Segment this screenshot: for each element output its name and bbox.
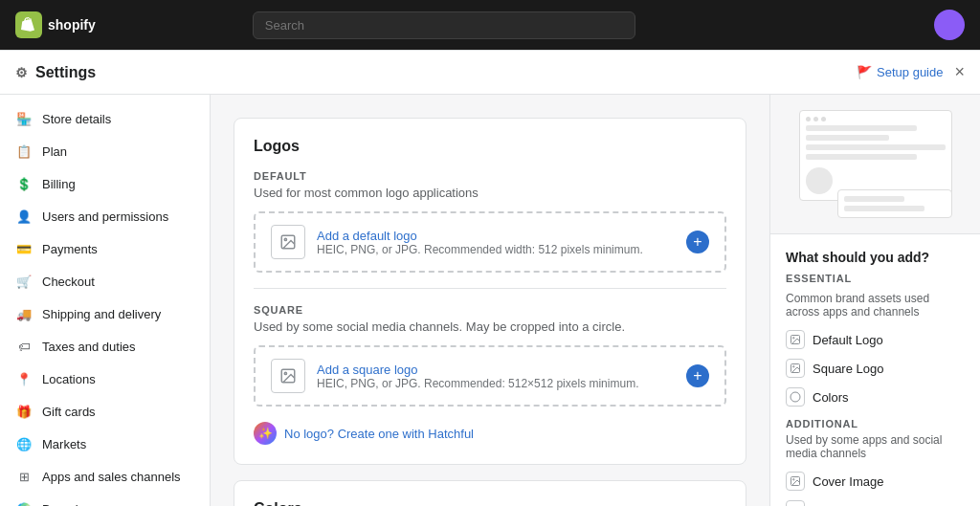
default-logo-add-sub: HEIC, PNG, or JPG. Recommended width: 51…: [317, 243, 675, 256]
square-logo-check-icon: [786, 359, 805, 378]
square-logo-check-label: Square Logo: [813, 362, 883, 376]
default-logo-check-label: Default Logo: [813, 333, 883, 347]
sidebar-label-apps: Apps and sales channels: [42, 470, 181, 484]
hatchful-link-text: No logo? Create one with Hatchful: [284, 427, 474, 441]
checklist-item-colors[interactable]: Colors: [786, 387, 965, 407]
cover-image-check-label: Cover Image: [813, 474, 883, 489]
default-logo-upload[interactable]: Add a default logo HEIC, PNG, or JPG. Re…: [254, 211, 726, 273]
sidebar-label-domains: Domains: [42, 502, 91, 507]
sidebar-item-locations[interactable]: 📍 Locations: [0, 363, 210, 395]
colors-check-label: Colors: [813, 390, 849, 405]
panel-preview: [770, 95, 980, 234]
settings-title: ⚙ Settings: [15, 64, 96, 81]
billing-icon: 💲: [15, 175, 33, 192]
preview-circle: [806, 167, 833, 194]
slogan-check-label: Slogan: [813, 503, 851, 507]
search-bar[interactable]: [253, 11, 635, 39]
checklist-item-cover-image[interactable]: Cover Image: [786, 472, 965, 491]
default-logo-add-button[interactable]: +: [686, 231, 709, 253]
colors-title: Colors: [254, 500, 726, 506]
cover-image-check-icon: [786, 472, 805, 491]
preview-dot-3: [821, 117, 826, 121]
svg-point-6: [793, 338, 795, 340]
sidebar-item-users-permissions[interactable]: 👤 Users and permissions: [0, 200, 210, 232]
preview-line-4: [806, 154, 918, 160]
checklist-item-slogan[interactable]: Slogan: [786, 500, 965, 506]
sidebar-item-checkout[interactable]: 🛒 Checkout: [0, 265, 210, 297]
shopify-logo-icon: [15, 11, 42, 38]
flag-icon: 🚩: [857, 65, 872, 79]
preview-line-2: [806, 135, 890, 141]
colors-check-icon: [786, 387, 805, 407]
sidebar-label-billing: Billing: [42, 177, 76, 191]
shopify-logo: shopify: [15, 11, 96, 38]
checklist-item-default-logo[interactable]: Default Logo: [786, 330, 965, 349]
logos-section: Logos DEFAULT Used for most common logo …: [234, 118, 746, 465]
panel-content: What should you add? ESSENTIAL Common br…: [770, 234, 980, 506]
essential-label: ESSENTIAL: [786, 273, 965, 284]
image-placeholder-icon: [271, 225, 305, 259]
default-logo-add-label: Add a default logo: [317, 229, 675, 243]
default-logo-upload-text: Add a default logo HEIC, PNG, or JPG. Re…: [317, 229, 675, 256]
sidebar-label-shipping: Shipping and delivery: [42, 307, 161, 321]
close-button[interactable]: ×: [954, 62, 965, 82]
setup-guide-button[interactable]: 🚩 Setup guide: [857, 65, 943, 79]
square-image-placeholder-icon: [271, 359, 305, 393]
sidebar-label-payments: Payments: [42, 242, 98, 256]
hatchful-icon: ✨: [254, 422, 277, 445]
settings-header: ⚙ Settings 🚩 Setup guide ×: [0, 51, 980, 95]
sidebar: 🏪 Store details 📋 Plan 💲 Billing 👤 Users…: [0, 95, 211, 506]
gear-icon: ⚙: [15, 65, 28, 80]
panel-heading: What should you add?: [786, 250, 965, 265]
svg-point-1: [284, 238, 286, 240]
slogan-check-icon: [786, 500, 805, 506]
sidebar-label-users: Users and permissions: [42, 209, 168, 224]
default-logo-label: DEFAULT: [254, 170, 726, 182]
svg-point-9: [791, 392, 800, 402]
sidebar-item-apps-sales-channels[interactable]: ⊞ Apps and sales channels: [0, 460, 210, 493]
essential-desc: Common brand assets used across apps and…: [786, 292, 965, 319]
square-logo-upload-text: Add a square logo HEIC, PNG, or JPG. Rec…: [317, 363, 675, 390]
sidebar-item-plan[interactable]: 📋 Plan: [0, 135, 210, 167]
sidebar-label-checkout: Checkout: [42, 275, 95, 289]
preview-line-3: [806, 144, 946, 150]
checklist-item-square-logo[interactable]: Square Logo: [786, 359, 965, 378]
additional-label: ADDITIONAL: [786, 418, 965, 429]
square-logo-upload[interactable]: Add a square logo HEIC, PNG, or JPG. Rec…: [254, 345, 726, 407]
shopify-icon: [21, 17, 36, 33]
sidebar-item-store-details[interactable]: 🏪 Store details: [0, 102, 210, 135]
avatar: [934, 10, 965, 40]
sidebar-label-plan: Plan: [42, 144, 67, 159]
sidebar-item-gift-cards[interactable]: 🎁 Gift cards: [0, 395, 210, 428]
default-logo-desc: Used for most common logo applications: [254, 186, 726, 200]
search-input[interactable]: [253, 11, 635, 39]
shipping-icon: 🚚: [15, 305, 33, 322]
sidebar-label-gift-cards: Gift cards: [42, 405, 96, 419]
store-icon: 🏪: [15, 110, 33, 127]
shopify-logo-text: shopify: [48, 17, 96, 33]
plan-icon: 📋: [15, 143, 33, 160]
colors-section: Colors PRIMARY The brand colors that app…: [234, 480, 746, 506]
settings-window: ⚙ Settings 🚩 Setup guide × 🏪 Store detai…: [0, 50, 980, 506]
setup-guide-label: Setup guide: [877, 65, 943, 79]
sidebar-item-payments[interactable]: 💳 Payments: [0, 232, 210, 265]
hatchful-link[interactable]: ✨ No logo? Create one with Hatchful: [254, 422, 726, 445]
square-logo-label: SQUARE: [254, 304, 726, 316]
logos-title: Logos: [254, 138, 726, 155]
additional-desc: Used by some apps and social media chann…: [786, 433, 965, 460]
sidebar-item-taxes-duties[interactable]: 🏷 Taxes and duties: [0, 330, 210, 363]
square-logo-add-button[interactable]: +: [686, 364, 709, 387]
app-bar: shopify: [0, 0, 980, 50]
preview-browser: [799, 110, 952, 201]
header-actions: 🚩 Setup guide ×: [857, 62, 965, 82]
right-panel: What should you add? ESSENTIAL Common br…: [769, 95, 980, 506]
square-logo-add-sub: HEIC, PNG, or JPG. Recommended: 512×512 …: [317, 377, 675, 390]
preview-line-1: [806, 125, 918, 131]
sidebar-item-markets[interactable]: 🌐 Markets: [0, 428, 210, 460]
preview-dot-1: [806, 117, 811, 121]
sidebar-item-domains[interactable]: 🌍 Domains: [0, 493, 210, 506]
sidebar-item-shipping-delivery[interactable]: 🚚 Shipping and delivery: [0, 297, 210, 330]
sidebar-item-billing[interactable]: 💲 Billing: [0, 167, 210, 200]
markets-icon: 🌐: [15, 435, 33, 452]
preview-small-line-1: [844, 196, 905, 202]
